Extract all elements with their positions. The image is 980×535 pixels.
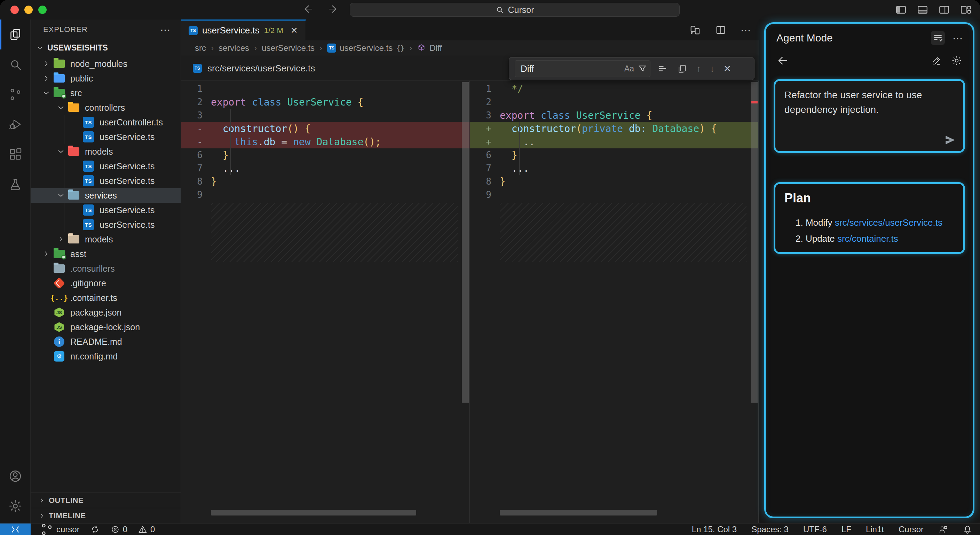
status-eol[interactable]: LF bbox=[842, 524, 851, 535]
tree-item-usercontroller-ts[interactable]: TSuserController.ts bbox=[30, 115, 181, 129]
code-line-right-6[interactable]: 6 } bbox=[470, 149, 758, 161]
status-problems-warnings[interactable]: 0 bbox=[138, 524, 155, 535]
tree-item-models[interactable]: models bbox=[30, 232, 181, 247]
more-actions-icon[interactable]: ⋯ bbox=[741, 24, 751, 36]
find-input[interactable] bbox=[520, 63, 621, 74]
tree-item-nr-config-md[interactable]: ⚙nr.config.md bbox=[30, 349, 181, 364]
activity-item-source-control[interactable] bbox=[0, 80, 30, 109]
prompt-input[interactable]: Refactor the user service to use depende… bbox=[774, 79, 965, 153]
breadcrumb-item-userservice-ts[interactable]: TSuserService.ts{} bbox=[327, 43, 404, 53]
explorer-more-icon[interactable]: ⋯ bbox=[160, 24, 171, 36]
previous-match-icon[interactable]: ↑ bbox=[696, 63, 701, 74]
find-in-selection-icon[interactable] bbox=[657, 63, 668, 74]
code-line-right-4[interactable]: + constructor(private db: Database) { bbox=[470, 122, 758, 135]
open-changes-icon[interactable] bbox=[689, 24, 701, 36]
back-icon[interactable] bbox=[302, 3, 313, 14]
activity-item-extensions[interactable] bbox=[0, 139, 30, 169]
breadcrumb-item-userservice-ts[interactable]: userService.ts bbox=[262, 43, 315, 53]
toggle-primary-sidebar-icon[interactable] bbox=[895, 4, 907, 16]
code-line-right-8[interactable]: 8} bbox=[470, 175, 758, 188]
code-line-right-3[interactable]: 3export class UserService { bbox=[470, 109, 758, 122]
tree-item-package-json[interactable]: JSpackage.json bbox=[30, 305, 181, 320]
tree-item-public[interactable]: public bbox=[30, 71, 181, 86]
close-find-icon[interactable]: ✕ bbox=[724, 63, 731, 74]
forward-icon[interactable] bbox=[328, 3, 339, 14]
close-window-button[interactable] bbox=[10, 6, 19, 14]
send-icon[interactable] bbox=[944, 134, 956, 146]
tree-item-readme-md[interactable]: iREADME.md bbox=[30, 334, 181, 349]
vertical-scrollbar[interactable] bbox=[751, 82, 757, 402]
tree-item--gitignore[interactable]: .gitignore bbox=[30, 276, 181, 291]
zoom-window-button[interactable] bbox=[38, 6, 47, 14]
tree-item-userservice-ts[interactable]: TSuserService.ts bbox=[30, 203, 181, 217]
activity-item-explorer[interactable] bbox=[0, 19, 30, 50]
code-line-left-4[interactable]: - constructor() { bbox=[181, 122, 469, 135]
command-center-search[interactable]: Cursor bbox=[350, 3, 680, 17]
code-line-right-1[interactable]: 1 */ bbox=[470, 82, 758, 96]
minimize-window-button[interactable] bbox=[24, 6, 33, 14]
chat-history-icon[interactable] bbox=[931, 31, 945, 45]
code-line-left-2[interactable]: 2export class UserService { bbox=[181, 96, 469, 109]
status-language-mode[interactable]: Lin1t bbox=[866, 524, 884, 535]
tab-userservice[interactable]: TS userService.ts 1/2 M ✕ bbox=[181, 19, 306, 40]
tree-item-src[interactable]: src bbox=[30, 86, 181, 100]
code-line-left-8[interactable]: 8} bbox=[181, 175, 469, 188]
tree-item-controllers[interactable]: controllers bbox=[30, 100, 181, 115]
tree-item--consurllers[interactable]: .consurllers bbox=[30, 261, 181, 276]
agent-settings-icon[interactable] bbox=[951, 55, 962, 66]
copy-results-icon[interactable] bbox=[677, 63, 687, 74]
close-tab-icon[interactable]: ✕ bbox=[291, 26, 298, 35]
status-cursor-position[interactable]: Ln 15. Col 3 bbox=[692, 524, 737, 535]
breadcrumb-item-src[interactable]: src bbox=[195, 43, 206, 53]
code-line-left-5[interactable]: - this.db = new Database(); bbox=[181, 135, 469, 149]
code-line-left-1[interactable]: 1 bbox=[181, 82, 469, 96]
tree-item-models[interactable]: models bbox=[30, 144, 181, 159]
code-line-right-2[interactable]: 2 bbox=[470, 96, 758, 109]
status-sync[interactable] bbox=[90, 524, 100, 535]
workspace-root[interactable]: USEWSEISHITS bbox=[30, 40, 181, 56]
status-remote-indicator[interactable] bbox=[0, 524, 30, 535]
toggle-secondary-sidebar-icon[interactable] bbox=[938, 4, 950, 16]
diff-pane-modified[interactable]: 1 */23export class UserService {+ constr… bbox=[470, 81, 759, 523]
tree-item-userservice-ts[interactable]: TSuserService.ts bbox=[30, 159, 181, 174]
status-indentation[interactable]: Spaces: 3 bbox=[751, 524, 789, 535]
code-line-left-3[interactable]: 3 bbox=[181, 109, 469, 122]
horizontal-scrollbar[interactable] bbox=[211, 510, 416, 516]
find-input-box[interactable]: Aa bbox=[515, 60, 651, 77]
status-notifications[interactable] bbox=[963, 524, 972, 535]
breadcrumb-item-diff[interactable]: Diff bbox=[417, 43, 442, 53]
status-feedback[interactable] bbox=[938, 524, 948, 535]
edit-icon[interactable] bbox=[931, 55, 942, 66]
tree-item-asst[interactable]: asst bbox=[30, 247, 181, 261]
tree-item-package-lock-json[interactable]: JSpackage-lock.json bbox=[30, 320, 181, 334]
next-match-icon[interactable]: ↓ bbox=[710, 63, 714, 74]
status-problems-errors[interactable]: 0 bbox=[110, 524, 127, 535]
code-line-left-6[interactable]: 6 } bbox=[181, 149, 469, 161]
diff-pane-original[interactable]: 12export class UserService {3- construct… bbox=[181, 81, 470, 523]
activity-item-search[interactable] bbox=[0, 50, 30, 80]
status-cursor-status[interactable]: Cursor bbox=[899, 524, 924, 535]
tree-item-userservice-ts[interactable]: TSuserService.ts bbox=[30, 174, 181, 188]
tree-item-userservice-ts[interactable]: TSuserService.ts bbox=[30, 217, 181, 232]
tree-item--container-ts[interactable]: {..}.container.ts bbox=[30, 291, 181, 305]
code-line-right-7[interactable]: 7 ... bbox=[470, 161, 758, 175]
agent-back-icon[interactable] bbox=[776, 55, 788, 67]
agent-more-icon[interactable]: ⋯ bbox=[953, 32, 963, 44]
code-line-right-9[interactable]: 9 bbox=[470, 188, 758, 201]
tree-item-services[interactable]: services bbox=[30, 188, 181, 203]
plan-step-file-link[interactable]: src/container.ts bbox=[837, 233, 898, 244]
timeline-section[interactable]: TIMELINE bbox=[30, 508, 181, 523]
horizontal-scrollbar[interactable] bbox=[500, 510, 657, 516]
activity-item-testing[interactable] bbox=[0, 169, 30, 199]
code-line-right-5[interactable]: + .. bbox=[470, 135, 758, 149]
outline-section[interactable]: OUTLINE bbox=[30, 492, 181, 508]
status-encoding[interactable]: UTF-6 bbox=[803, 524, 827, 535]
code-line-left-9[interactable]: 9 bbox=[181, 188, 469, 201]
tree-item-node-modules[interactable]: node_modules bbox=[30, 56, 181, 71]
split-editor-icon[interactable] bbox=[715, 24, 727, 36]
breadcrumb-item-services[interactable]: services bbox=[218, 43, 249, 53]
code-line-left-7[interactable]: 7 ... bbox=[181, 161, 469, 175]
vertical-scrollbar[interactable] bbox=[462, 82, 469, 402]
plan-step-file-link[interactable]: src/services/userService.ts bbox=[835, 217, 942, 228]
tree-item-userservice-ts[interactable]: TSuserService.ts bbox=[30, 129, 181, 144]
